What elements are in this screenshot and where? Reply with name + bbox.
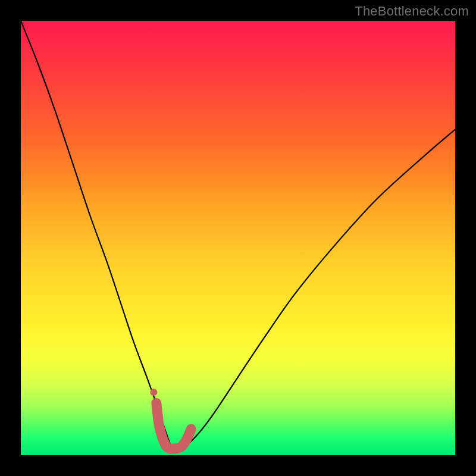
highlight-lone-dot [150,389,157,396]
curve-svg [21,21,455,455]
watermark-text: TheBottleneck.com [355,4,469,19]
bottleneck-curve [21,21,455,450]
highlight-marker-group [156,403,191,449]
plot-area [21,21,455,455]
chart-frame: TheBottleneck.com [0,0,476,476]
highlight-marker-path [156,403,191,449]
